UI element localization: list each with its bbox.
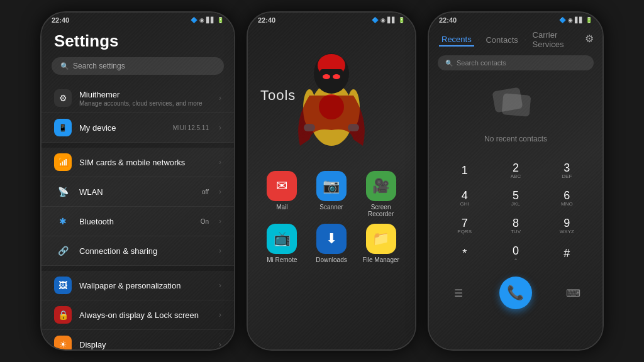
- signal-icon: ▋▋: [206, 17, 215, 23]
- downloads-label: Downloads: [316, 256, 347, 263]
- status-time-1: 22:40: [52, 16, 69, 24]
- status-icons-1: 🔷 ◉ ▋▋ 🔋: [191, 17, 224, 23]
- mi-remote-label: Mi Remote: [267, 256, 297, 263]
- dial-key-8[interactable]: 8 TUV: [498, 214, 533, 238]
- app-downloads[interactable]: ⬇ Downloads: [310, 224, 353, 263]
- status-icons-2: 🔷 ◉ ▋▋ 🔋: [372, 17, 405, 23]
- miuithemer-title: Miuithemer: [79, 90, 209, 99]
- wlan-icon: 📡: [54, 183, 72, 200]
- dial-menu-btn[interactable]: ☰: [441, 281, 476, 305]
- wallpaper-icon: 🖼: [54, 277, 72, 294]
- search-settings-text: Search settings: [73, 62, 125, 70]
- dial-key-hash[interactable]: #: [549, 241, 584, 265]
- contact-search-placeholder: Search contacts: [457, 59, 506, 67]
- tab-recents[interactable]: Recents: [439, 33, 474, 47]
- mydevice-icon: 📱: [54, 119, 72, 136]
- battery-icon: 🔋: [217, 17, 224, 23]
- bluetooth-title: Bluetooth: [79, 217, 193, 226]
- phone-dialer: 22:40 🔷 ◉ ▋▋ 🔋 ⚙ Recents · Contacts · Ca…: [428, 11, 604, 351]
- settings-item-mydevice[interactable]: 📱 My device MIUI 12.5.11 ›: [42, 113, 234, 143]
- contact-search-bar[interactable]: 🔍 Search contacts: [438, 55, 594, 70]
- wifi-status-icon: ◉: [199, 17, 204, 23]
- settings-item-aod[interactable]: 🔒 Always-on display & Lock screen ›: [42, 300, 234, 330]
- settings-item-connection[interactable]: 🔗 Connection & sharing ›: [42, 236, 234, 266]
- dial-key-9[interactable]: 9 WXYZ: [549, 214, 584, 238]
- wlan-title: WLAN: [79, 187, 194, 197]
- connection-icon: 🔗: [54, 242, 72, 260]
- settings-item-miuithemer[interactable]: ⚙ Miuithemer Manage accounts, cloud serv…: [42, 84, 234, 113]
- dial-key-2[interactable]: 2 ABC: [498, 158, 533, 182]
- wifi-icon-2: ◉: [380, 17, 386, 23]
- tab-carrier[interactable]: Carrier Services: [530, 29, 592, 50]
- mydevice-badge: MIUI 12.5.11: [173, 124, 209, 131]
- dialpad-row-2: 4 GHI 5 JKL 6 MNO: [439, 186, 592, 210]
- character-svg: [294, 33, 369, 158]
- mydevice-title: My device: [79, 123, 165, 133]
- app-mi-remote[interactable]: 📺 Mi Remote: [260, 224, 304, 263]
- settings-title: Settings: [42, 26, 234, 57]
- dial-key-3[interactable]: 3 DEF: [549, 158, 584, 182]
- dial-key-1[interactable]: 1: [447, 158, 482, 182]
- settings-item-wlan[interactable]: 📡 WLAN off ›: [42, 177, 234, 207]
- battery-icon-3: 🔋: [586, 17, 592, 23]
- wifi-icon-3: ◉: [568, 17, 573, 23]
- phone-tab-bar: Recents · Contacts · Carrier Services: [429, 26, 602, 55]
- display-title: Display: [79, 340, 209, 349]
- mi-remote-icon: 📺: [267, 224, 297, 254]
- hero-image: Tools: [248, 26, 415, 165]
- sim-arrow: ›: [219, 158, 221, 167]
- battery-icon-2: 🔋: [398, 17, 405, 23]
- mydevice-arrow: ›: [219, 123, 221, 132]
- no-contacts-area: No recent contacts: [429, 77, 602, 156]
- bluetooth-status-icon: 🔷: [191, 17, 197, 23]
- bluetooth-arrow: ›: [219, 217, 221, 226]
- wallpaper-title: Wallpaper & personalization: [79, 281, 209, 290]
- dialpad-row-4: * 0 + #: [439, 241, 592, 265]
- dial-call-button[interactable]: 📞: [499, 277, 532, 309]
- file-manager-icon: 📁: [366, 224, 396, 254]
- settings-item-wallpaper[interactable]: 🖼 Wallpaper & personalization ›: [42, 271, 234, 300]
- settings-item-display[interactable]: ☀ Display ›: [42, 330, 234, 351]
- dialpad-row-1: 1 2 ABC 3 DEF: [439, 158, 592, 182]
- bluetooth-icon: ✱: [54, 212, 72, 230]
- sim-title: SIM cards & mobile networks: [79, 158, 209, 167]
- phone-home: 22:40 🔷 ◉ ▋▋ 🔋: [247, 11, 416, 351]
- miuithemer-icon: ⚙: [54, 89, 72, 107]
- dialpad: 1 2 ABC 3 DEF 4 GHI 5 J: [429, 156, 602, 272]
- tab-contacts[interactable]: Contacts: [483, 34, 520, 46]
- app-scanner[interactable]: 📷 Scanner: [310, 171, 353, 217]
- dialpad-row-3: 7 PQRS 8 TUV 9 WXYZ: [439, 214, 592, 238]
- app-screen-recorder[interactable]: 🎥 Screen Recorder: [359, 171, 402, 217]
- divider-1: [42, 143, 234, 148]
- no-recent-contacts-text: No recent contacts: [484, 134, 547, 143]
- screen-recorder-icon: 🎥: [366, 171, 396, 201]
- dial-keypad-btn[interactable]: ⌨: [555, 281, 591, 305]
- settings-item-bluetooth[interactable]: ✱ Bluetooth On ›: [42, 207, 234, 236]
- gear-icon[interactable]: ⚙: [585, 33, 594, 45]
- settings-search-bar[interactable]: 🔍 Search settings: [52, 57, 224, 75]
- dial-key-5[interactable]: 5 JKL: [498, 186, 533, 210]
- mail-label: Mail: [276, 204, 287, 211]
- phone-settings: 22:40 🔷 ◉ ▋▋ 🔋 Settings 🔍 Search setting…: [40, 11, 235, 351]
- search-icon: 🔍: [60, 62, 69, 70]
- dial-action-row: ☰ 📞 ⌨: [429, 277, 602, 309]
- svg-point-5: [333, 74, 340, 79]
- scanner-icon: 📷: [316, 171, 347, 201]
- bt-icon-2: 🔷: [372, 17, 379, 23]
- contact-card-2: [502, 93, 531, 117]
- svg-point-4: [323, 74, 330, 79]
- dial-key-star[interactable]: *: [447, 241, 482, 265]
- app-mail[interactable]: ✉ Mail: [260, 171, 304, 217]
- dial-key-4[interactable]: 4 GHI: [447, 186, 482, 210]
- dial-key-6[interactable]: 6 MNO: [549, 186, 584, 210]
- display-arrow: ›: [219, 340, 221, 349]
- settings-item-sim[interactable]: 📶 SIM cards & mobile networks ›: [42, 148, 234, 177]
- dial-key-0[interactable]: 0 +: [498, 241, 533, 265]
- contacts-icon-area: [494, 89, 538, 127]
- app-grid: ✉ Mail 📷 Scanner 🎥 Screen Recorder 📺 Mi …: [248, 165, 415, 270]
- dial-key-7[interactable]: 7 PQRS: [447, 214, 482, 238]
- bt-icon-3: 🔷: [559, 17, 566, 23]
- app-file-manager[interactable]: 📁 File Manager: [359, 224, 402, 263]
- file-manager-label: File Manager: [362, 256, 399, 263]
- status-time-2: 22:40: [258, 16, 275, 24]
